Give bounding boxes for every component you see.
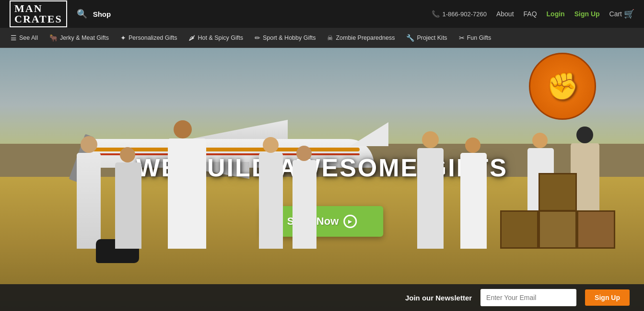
- cat-project-kits[interactable]: 🔧 Project Kits: [400, 28, 453, 47]
- login-link[interactable]: Login: [547, 10, 565, 18]
- cat-sport-hobby[interactable]: ✏ Sport & Hobby Gifts: [249, 28, 321, 47]
- hero-headline: WE BUILD AWESOME GIFTS: [0, 153, 644, 182]
- cat-see-all[interactable]: ☰ See All: [5, 28, 44, 47]
- hot-spicy-icon: 🌶: [188, 34, 195, 42]
- about-link[interactable]: About: [496, 10, 514, 18]
- fun-gifts-icon: ✂: [459, 34, 465, 42]
- cat-personalized-label: Personalized Gifts: [129, 35, 177, 41]
- cat-zombie-label: Zombie Preparedness: [336, 35, 395, 41]
- shop-now-label: Shop Now: [287, 215, 339, 228]
- newsletter-signup-button[interactable]: Sign Up: [585, 289, 630, 306]
- cat-fun-gifts-label: Fun Gifts: [467, 35, 492, 41]
- signup-link[interactable]: Sign Up: [574, 10, 600, 18]
- faq-link[interactable]: FAQ: [524, 10, 537, 18]
- cat-fun-gifts[interactable]: ✂ Fun Gifts: [453, 28, 497, 47]
- see-all-icon: ☰: [11, 34, 17, 42]
- cat-personalized[interactable]: ✦ Personalized Gifts: [115, 28, 183, 47]
- cat-jerky-label: Jerky & Meat Gifts: [60, 35, 109, 41]
- brand-logo-circle: ✊: [529, 53, 596, 120]
- cat-zombie[interactable]: ☠ Zombie Preparedness: [321, 28, 400, 47]
- project-kits-icon: 🔧: [406, 34, 414, 42]
- cart-label: Cart: [609, 10, 622, 18]
- personalized-icon: ✦: [120, 34, 126, 42]
- cat-see-all-label: See All: [19, 35, 38, 41]
- cart-link[interactable]: Cart 🛒: [609, 9, 634, 19]
- site-logo[interactable]: MAN CRATES: [10, 0, 67, 27]
- zombie-icon: ☠: [327, 34, 333, 42]
- shop-nav-link[interactable]: Shop: [93, 10, 111, 18]
- cat-hot-spicy-label: Hot & Spicy Gifts: [198, 35, 243, 41]
- sport-hobby-icon: ✏: [255, 34, 260, 42]
- top-nav: MAN CRATES 🔍 Shop 📞 1-866-902-7260 About…: [0, 0, 644, 28]
- phone-number: 📞 1-866-902-7260: [432, 10, 487, 18]
- jerky-icon: 🐂: [49, 34, 58, 42]
- newsletter-bar: Join our Newsletter Sign Up: [0, 284, 644, 311]
- cat-jerky[interactable]: 🐂 Jerky & Meat Gifts: [44, 28, 115, 47]
- phone-icon: 📞: [432, 10, 440, 18]
- fist-icon: ✊: [546, 71, 579, 102]
- cat-sport-hobby-label: Sport & Hobby Gifts: [263, 35, 316, 41]
- arrow-circle-icon: ►: [343, 215, 357, 228]
- newsletter-label: Join our Newsletter: [405, 294, 472, 302]
- plane-stripe-orange: [86, 148, 360, 151]
- cat-project-kits-label: Project Kits: [417, 35, 447, 41]
- top-nav-right: 📞 1-866-902-7260 About FAQ Login Sign Up…: [432, 9, 634, 19]
- hero-section: ✊ WE BUILD AWESOME GIFTS Shop Now ►: [0, 48, 644, 311]
- cat-hot-spicy[interactable]: 🌶 Hot & Spicy Gifts: [183, 28, 248, 47]
- plane-tail: [350, 122, 388, 146]
- shop-now-button[interactable]: Shop Now ►: [261, 206, 384, 237]
- category-nav: ☰ See All 🐂 Jerky & Meat Gifts ✦ Persona…: [0, 28, 644, 48]
- newsletter-email-input[interactable]: [480, 289, 576, 306]
- search-icon[interactable]: 🔍: [77, 9, 87, 19]
- cart-icon: 🛒: [624, 9, 634, 19]
